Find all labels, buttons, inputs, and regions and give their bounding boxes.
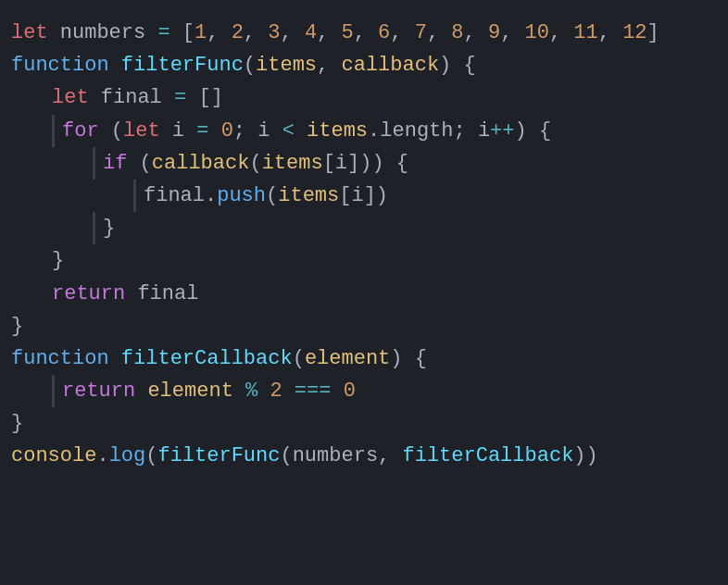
code-token: ,	[390, 17, 414, 49]
code-token: ;	[233, 115, 257, 147]
code-line: console.log(filterFunc(numbers, filterCa…	[11, 440, 717, 472]
code-token: ,	[207, 17, 231, 49]
code-token: push	[217, 180, 266, 212]
code-line: }	[11, 244, 717, 277]
code-token: i	[172, 115, 196, 147]
code-token: ])) {	[347, 147, 408, 180]
code-token: ]	[647, 17, 659, 49]
code-token: i	[478, 115, 490, 147]
code-token: i	[351, 180, 363, 212]
code-token: numbers	[293, 440, 378, 472]
code-token: ,	[317, 17, 341, 49]
code-token: ,	[427, 17, 451, 49]
code-token: [	[323, 147, 335, 180]
code-token: items	[307, 115, 368, 147]
code-line: for (let i = 0; i < items.length; i++) {	[11, 115, 717, 147]
code-token: [	[182, 17, 195, 49]
code-token: for	[62, 115, 111, 147]
code-token: ++	[490, 115, 514, 147]
code-token: ===	[295, 375, 344, 407]
code-token: return	[62, 375, 147, 407]
code-token: ;	[454, 115, 478, 147]
code-token: =	[196, 115, 220, 147]
code-token: (	[266, 180, 278, 212]
code-token: 9	[488, 17, 500, 49]
code-line: }	[11, 310, 717, 342]
code-token: }	[11, 310, 23, 342]
code-token: filterFunc	[157, 440, 280, 472]
code-token: filterCallback	[121, 342, 293, 375]
code-token: ,	[464, 17, 488, 49]
code-token: 8	[451, 17, 463, 49]
code-token: ,	[378, 440, 402, 472]
code-token: ,	[317, 49, 341, 81]
code-line: function filterFunc(items, callback) {	[11, 49, 717, 81]
code-token: ) {	[515, 115, 552, 147]
code-token: }	[103, 212, 115, 244]
code-token: (	[280, 440, 292, 472]
indent-bar	[133, 180, 136, 212]
code-token: function	[11, 49, 121, 81]
code-token: <	[282, 115, 307, 147]
code-token: element	[305, 342, 390, 375]
code-token: filterFunc	[121, 49, 244, 81]
code-token: =	[174, 81, 198, 114]
code-line: }	[11, 407, 717, 440]
code-token: .	[96, 440, 108, 472]
code-token: function	[11, 342, 121, 375]
code-line: return final	[11, 278, 717, 310]
code-token: 10	[525, 17, 549, 49]
code-token: 5	[341, 17, 353, 49]
code-token: element	[147, 375, 245, 407]
code-token: items	[256, 49, 317, 81]
code-token: i	[257, 115, 282, 147]
code-token: []	[198, 81, 222, 114]
code-line: final.push(items[i])	[11, 180, 717, 212]
code-token: (	[145, 440, 157, 472]
code-token: [	[339, 180, 351, 212]
code-token: items	[278, 180, 339, 212]
code-line: let numbers = [1, 2, 3, 4, 5, 6, 7, 8, 9…	[11, 17, 717, 49]
code-token: ,	[244, 17, 268, 49]
code-token: %	[245, 375, 270, 407]
code-token: .	[205, 180, 217, 212]
code-token: }	[11, 407, 23, 440]
code-editor: let numbers = [1, 2, 3, 4, 5, 6, 7, 8, 9…	[11, 17, 717, 473]
code-token: 3	[268, 17, 280, 49]
code-token: items	[262, 147, 323, 180]
code-token: length	[380, 115, 453, 147]
code-token: ,	[280, 17, 304, 49]
code-token: ,	[354, 17, 378, 49]
code-token: ])	[364, 180, 388, 212]
code-token: callback	[341, 49, 439, 81]
code-token: }	[52, 244, 64, 277]
code-token: (	[293, 342, 305, 375]
code-token: callback	[152, 147, 250, 180]
code-token: final	[144, 180, 205, 212]
code-line: let final = []	[11, 81, 717, 114]
code-token: log	[109, 440, 146, 472]
code-token: 0	[221, 115, 233, 147]
code-token: numbers	[60, 17, 158, 49]
code-line: if (callback(items[i])) {	[11, 147, 717, 180]
indent-bar	[52, 375, 55, 407]
code-token: if	[103, 147, 140, 180]
code-token: 1	[195, 17, 207, 49]
code-token: return	[52, 278, 137, 310]
code-token: i	[335, 147, 347, 180]
code-token: ) {	[390, 342, 427, 375]
code-token: final	[101, 81, 174, 114]
indent-bar	[93, 212, 95, 244]
code-line: return element % 2 === 0	[11, 375, 717, 407]
code-token: 0	[344, 375, 356, 407]
code-token: (	[249, 147, 261, 180]
code-token: =	[157, 17, 182, 49]
code-token: filterCallback	[403, 440, 574, 472]
code-token: ) {	[439, 49, 476, 81]
code-token: 6	[378, 17, 390, 49]
code-token: (	[111, 115, 123, 147]
code-token: console	[11, 440, 96, 472]
code-token: ,	[598, 17, 622, 49]
code-token: let	[52, 81, 101, 114]
code-token: ,	[500, 17, 524, 49]
